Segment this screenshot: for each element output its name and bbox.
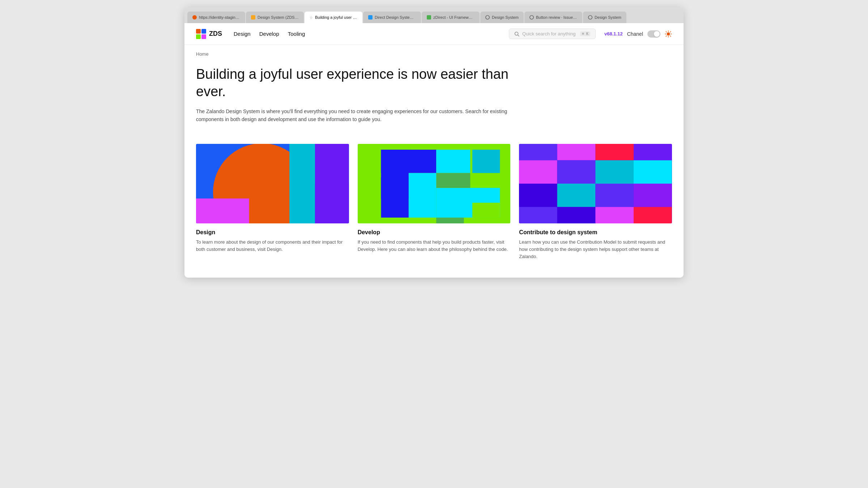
- svg-rect-33: [472, 203, 500, 218]
- svg-line-14: [666, 31, 667, 32]
- svg-rect-36: [519, 144, 557, 160]
- contribute-card[interactable]: Contribute to design system Learn how yo…: [519, 144, 672, 260]
- browser-tab-6[interactable]: Design System: [480, 12, 524, 23]
- hero-title: Building a joyful user experience is now…: [196, 66, 522, 100]
- logo-text: ZDS: [209, 30, 222, 38]
- page-content: ZDS Design Develop Tooling Quick search …: [184, 23, 684, 278]
- svg-rect-3: [196, 29, 201, 34]
- svg-rect-34: [409, 173, 436, 217]
- browser-tab-5[interactable]: zDirect - UI Framework (S...: [422, 12, 480, 23]
- version-badge: v68.1.12: [604, 31, 623, 37]
- svg-rect-23: [289, 144, 315, 223]
- svg-point-0: [486, 16, 490, 20]
- svg-rect-46: [596, 184, 634, 207]
- browser-tab-3[interactable]: ☆ Building a joyful user expe...: [305, 12, 362, 23]
- svg-rect-44: [519, 184, 557, 207]
- search-bar[interactable]: Quick search for anything ⌘ K: [509, 29, 596, 39]
- tenant-name: Chanel: [627, 31, 643, 37]
- search-placeholder: Quick search for anything: [522, 31, 577, 37]
- nav-links: Design Develop Tooling: [234, 31, 305, 37]
- svg-rect-20: [315, 144, 349, 223]
- svg-rect-39: [634, 144, 672, 160]
- svg-rect-28: [436, 150, 470, 173]
- browser-tab-2[interactable]: Design System (ZDS) tea...: [246, 12, 304, 23]
- svg-rect-49: [557, 207, 596, 223]
- search-icon: [514, 31, 519, 37]
- develop-card[interactable]: Develop If you need to find components t…: [358, 144, 511, 260]
- search-shortcut: ⌘ K: [580, 31, 590, 36]
- svg-rect-5: [196, 34, 201, 39]
- svg-rect-45: [557, 184, 596, 207]
- cards-section: Design To learn more about the design of…: [184, 135, 684, 278]
- nav-link-develop[interactable]: Develop: [259, 31, 279, 37]
- browser-tab-8[interactable]: Design System: [583, 12, 626, 23]
- develop-card-title: Develop: [358, 229, 511, 236]
- svg-line-17: [670, 31, 671, 32]
- tab-star-icon: ☆: [310, 16, 313, 20]
- design-card-image: [196, 144, 349, 223]
- browser-tab-7[interactable]: Button review · Issue #85...: [524, 12, 582, 23]
- browser-window: https://identity-staging.m... Design Sys…: [184, 7, 684, 278]
- svg-rect-31: [436, 173, 470, 188]
- nav-link-tooling[interactable]: Tooling: [288, 31, 305, 37]
- breadcrumb: Home: [184, 45, 684, 57]
- sun-icon[interactable]: [665, 30, 672, 38]
- svg-rect-51: [634, 207, 672, 223]
- hero-section: Building a joyful user experience is now…: [184, 57, 684, 135]
- nav-link-design[interactable]: Design: [234, 31, 251, 37]
- top-nav: ZDS Design Develop Tooling Quick search …: [184, 23, 684, 45]
- zds-logo-icon: [196, 29, 206, 39]
- svg-rect-6: [201, 34, 206, 39]
- breadcrumb-home[interactable]: Home: [196, 51, 209, 57]
- design-card-title: Design: [196, 229, 349, 236]
- svg-rect-48: [519, 207, 557, 223]
- svg-rect-47: [634, 184, 672, 207]
- contribute-card-image: [519, 144, 672, 223]
- svg-rect-22: [196, 198, 249, 223]
- svg-line-15: [670, 36, 671, 37]
- svg-rect-4: [201, 29, 206, 34]
- contribute-card-desc: Learn how you can use the Contribution M…: [519, 239, 672, 260]
- svg-point-2: [588, 16, 592, 20]
- develop-card-desc: If you need to find components that help…: [358, 239, 511, 253]
- nav-right: v68.1.12 Chanel: [604, 30, 672, 38]
- develop-card-image: [358, 144, 511, 223]
- design-card[interactable]: Design To learn more about the design of…: [196, 144, 349, 260]
- svg-rect-32: [436, 218, 464, 223]
- design-card-desc: To learn more about the design of our co…: [196, 239, 349, 253]
- svg-point-9: [667, 33, 670, 35]
- svg-line-16: [666, 36, 667, 37]
- svg-rect-42: [596, 160, 634, 184]
- svg-rect-43: [634, 160, 672, 184]
- svg-rect-29: [472, 150, 500, 173]
- develop-illustration: [358, 144, 511, 223]
- contribute-card-title: Contribute to design system: [519, 229, 672, 236]
- svg-rect-37: [557, 144, 596, 160]
- browser-tabs: https://identity-staging.m... Design Sys…: [184, 7, 684, 23]
- svg-rect-26: [381, 150, 436, 173]
- svg-line-8: [518, 35, 519, 36]
- svg-rect-50: [596, 207, 634, 223]
- contribute-illustration: [519, 144, 672, 223]
- design-illustration: [196, 144, 349, 223]
- svg-rect-41: [557, 160, 596, 184]
- logo-area: ZDS: [196, 29, 222, 39]
- browser-tab-4[interactable]: Direct Design System 202...: [363, 12, 421, 23]
- browser-tab-1[interactable]: https://identity-staging.m...: [187, 12, 245, 23]
- svg-rect-38: [596, 144, 634, 160]
- svg-rect-40: [519, 160, 557, 184]
- svg-point-1: [530, 16, 534, 20]
- hero-description: The Zalando Design System is where you'l…: [196, 107, 522, 124]
- theme-toggle[interactable]: [647, 30, 660, 38]
